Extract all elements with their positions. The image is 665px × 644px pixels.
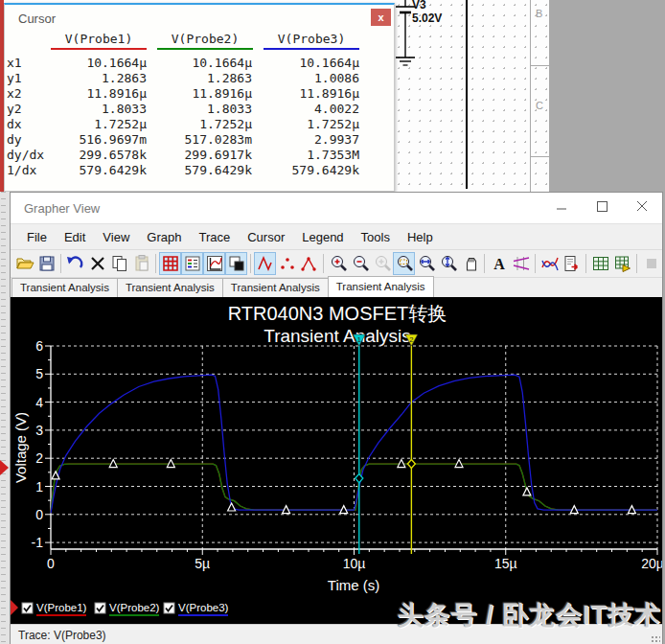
overlay-traces-button[interactable] [539,252,561,275]
trace-points-button[interactable] [276,252,298,275]
menu-edit[interactable]: Edit [56,227,94,247]
close-icon[interactable]: x [371,9,391,26]
export-excel-active-button[interactable] [611,252,633,275]
open-button[interactable] [13,252,35,275]
trace-lines-button[interactable] [254,252,276,275]
cursor-table-row: y11.28631.28631.0086 [5,71,394,86]
close-icon [637,201,648,212]
cursor-table: V(Probe1)V(Probe2)V(Probe3)x110.1664µ10.… [5,32,394,178]
menu-trace[interactable]: Trace [190,227,239,247]
show-grid-icon [161,254,180,273]
legend-checkbox[interactable] [22,603,33,613]
menu-cursor[interactable]: Cursor [239,227,293,247]
legend-checkbox[interactable] [164,603,174,613]
x-tick-label: 5µ [195,556,210,571]
y-tick-label: 0 [35,507,43,522]
delete-button[interactable] [86,252,108,275]
zoom-x-icon [417,254,436,273]
tab-transient-analysis-3[interactable]: Transient Analysis [222,278,329,297]
zoom-x-button[interactable] [415,252,437,275]
save-button[interactable] [35,252,57,275]
show-grid-button[interactable] [159,252,181,275]
copy-icon [110,254,129,273]
show-cursors-button[interactable] [510,252,532,275]
sheet-zone-label-c: C [536,100,543,111]
menu-legend[interactable]: Legend [293,227,352,247]
cursor-value-cell: 1.8033 [45,102,152,117]
zoom-y-button[interactable] [437,252,459,275]
show-legend-button[interactable] [181,252,203,275]
menu-file[interactable]: File [18,227,56,247]
cursor-value-cell: 579.6429k [258,163,365,178]
x-tick-label: 10µ [343,556,366,571]
cursor-table-row: x211.8916µ11.8916µ11.8916µ [5,86,394,102]
cursor-value-cell: 1.7252µ [258,117,365,132]
x-tick-label: 0 [47,556,55,571]
cursor-value-cell: 10.1664µ [45,56,152,71]
maximize-button[interactable] [585,193,618,222]
undo-icon [65,254,84,273]
menu-view[interactable]: View [94,227,138,247]
show-axes-icon [205,254,224,273]
sheet-border-seg [530,156,549,157]
sheet-border-seg [530,65,549,66]
zoom-area-button[interactable] [393,252,415,275]
tab-transient-analysis-2[interactable]: Transient Analysis [117,278,223,297]
cursor-column-header: V(Probe2) [157,32,253,50]
y-tick-label: 1 [35,479,43,494]
cursor-column-header: V(Probe1) [51,32,147,50]
menu-graph[interactable]: Graph [138,227,190,247]
cursor-value-cell: 579.6429k [152,163,258,178]
cursor-table-row: dy/dx299.6578k299.6917k1.7353M [5,148,394,163]
cursor-value-cell: 516.9697m [45,132,152,148]
tab-bar: Transient AnalysisTransient AnalysisTran… [11,278,662,297]
undo-button[interactable] [64,252,86,275]
toolbar-separator [535,254,536,273]
zoom-out-button[interactable] [349,252,371,275]
cursor-row-label: x1 [5,56,45,71]
minimize-button[interactable] [545,193,578,222]
legend-checkbox[interactable] [95,603,105,613]
cursor-window-title: Cursor [18,12,56,26]
cursor-row-label: dx [5,117,45,132]
show-cursors-icon [512,254,531,273]
zoom-in-button[interactable] [327,252,349,275]
chart-area: RTR040N3 MOSFET转换Transient Analysis-1012… [11,297,662,624]
cursor-table-row: 1/dx579.6429k579.6429k579.6429k [5,163,394,178]
paste-icon [132,254,151,273]
close-button[interactable] [626,193,658,222]
toolbar-separator [250,254,251,273]
sheet-border [530,0,531,192]
cursor-value-cell: 517.0283m [152,132,258,148]
export-graph-button[interactable] [561,252,583,275]
show-legend-icon [183,254,202,273]
watermark-text: 头条号 / 卧龙会IT技术 [398,598,662,632]
copy-button[interactable] [108,252,130,275]
title-bar[interactable]: Grapher View [11,193,662,224]
cursor-value-cell: 1.2863 [152,71,258,86]
cursor-row-label: x2 [5,86,45,102]
toolbar-separator [636,254,637,273]
pan-button[interactable] [459,252,481,275]
trace-lines-icon [256,254,275,273]
x-axis-label: Time (s) [328,577,379,593]
resize-grip[interactable] [651,635,660,644]
tab-transient-analysis-4[interactable]: Transient Analysis [328,276,434,297]
background-window-strip [0,192,10,644]
cursor-2-number: 2 [409,335,413,344]
y-tick-label: 4 [35,395,43,410]
invert-colors-button[interactable] [225,252,247,275]
stop-button [640,252,662,275]
svg-text:A: A [493,256,505,272]
show-axes-button[interactable] [203,252,225,275]
paste-button [130,252,152,275]
toolbar-separator [484,254,485,273]
tab-transient-analysis-1[interactable]: Transient Analysis [11,278,118,297]
export-graph-icon [562,254,582,273]
export-excel-button[interactable] [589,252,611,275]
menu-help[interactable]: Help [399,227,442,247]
menu-tools[interactable]: Tools [353,227,399,247]
maximize-icon [597,201,608,212]
trace-lines-points-button[interactable] [298,252,320,275]
text-annotation-button[interactable]: A [488,252,510,275]
